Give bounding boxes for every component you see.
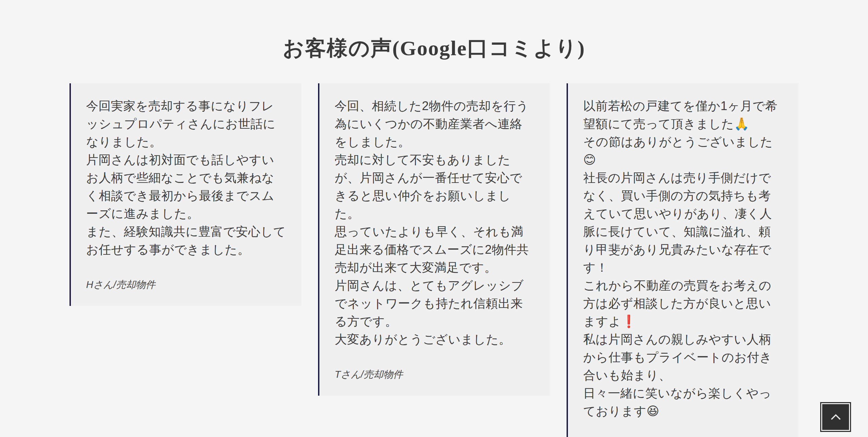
testimonials-section: お客様の声(Google口コミより) 今回実家を売却する事になりフレッシュプロパ…	[0, 0, 868, 437]
testimonial-card: 今回実家を売却する事になりフレッシュプロパティさんにお世話になりました。 片岡さ…	[70, 83, 301, 306]
testimonials-grid: 今回実家を売却する事になりフレッシュプロパティさんにお世話になりました。 片岡さ…	[70, 83, 798, 437]
testimonial-card: 今回、相続した2物件の売却を行う為にいくつかの不動産業者へ連絡をしました。 売却…	[318, 83, 550, 396]
testimonial-card: 以前若松の戸建てを僅か1ヶ月で希望額にて売って頂きました🙏 その節はありがとうご…	[567, 83, 798, 437]
testimonial-text: 今回実家を売却する事になりフレッシュプロパティさんにお世話になりました。 片岡さ…	[86, 97, 286, 258]
scroll-to-top-button[interactable]	[821, 403, 850, 431]
testimonial-text: 以前若松の戸建てを僅か1ヶ月で希望額にて売って頂きました🙏 その節はありがとうご…	[583, 97, 783, 420]
testimonial-text: 今回、相続した2物件の売却を行う為にいくつかの不動産業者へ連絡をしました。 売却…	[335, 97, 535, 348]
section-title: お客様の声(Google口コミより)	[0, 34, 868, 62]
testimonial-author: Hさん/売却物件	[86, 278, 286, 292]
chevron-up-icon	[830, 411, 842, 423]
testimonial-author: Tさん/売却物件	[335, 368, 535, 381]
